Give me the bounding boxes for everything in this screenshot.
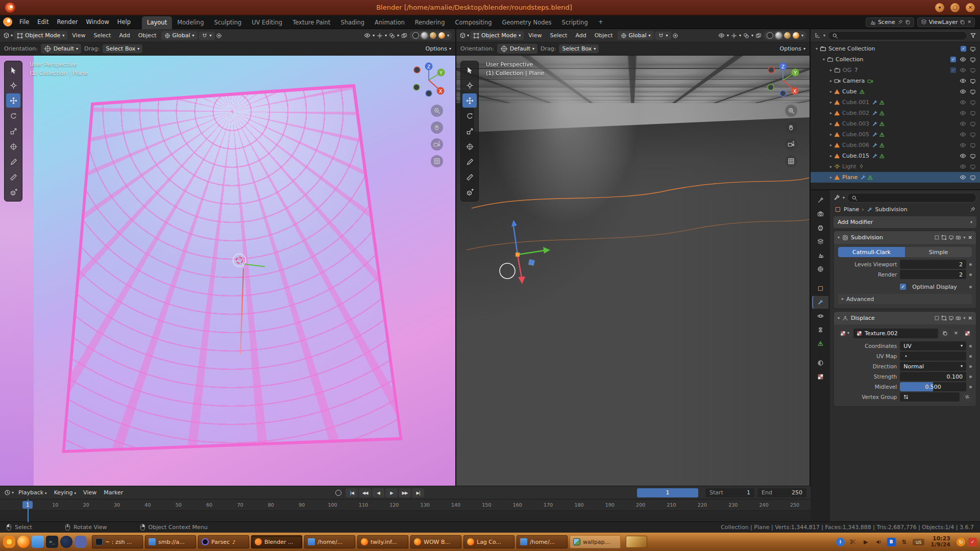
- shading-solid-button[interactable]: [775, 32, 782, 39]
- pan-button[interactable]: [431, 121, 443, 134]
- launcher-files-icon[interactable]: [32, 536, 44, 548]
- chevron-down-icon[interactable]: ▾: [751, 34, 753, 38]
- properties-tab-physics[interactable]: [812, 310, 828, 322]
- orientation-setting-dropdown[interactable]: Default▾: [497, 44, 537, 54]
- outliner-row-cube[interactable]: ▸Cube: [811, 86, 980, 97]
- disclosure-open-icon[interactable]: ▾: [821, 57, 827, 62]
- workspace-tab-modeling[interactable]: Modeling: [172, 16, 209, 29]
- taskbar-task-twily-inf[interactable]: twily.inf...: [357, 535, 408, 548]
- properties-tab-output[interactable]: [812, 221, 828, 234]
- disclosure-closed-icon[interactable]: ▸: [828, 164, 834, 169]
- pin-icon[interactable]: [970, 207, 975, 212]
- invert-vertex-group-button[interactable]: [963, 392, 972, 402]
- timeline-menu-keying[interactable]: Keying▾: [51, 488, 80, 497]
- screen-icon[interactable]: [970, 99, 976, 106]
- modifier-header-displace[interactable]: ▾ Displace ▾ ✕: [834, 312, 976, 324]
- blender-app-icon[interactable]: [5, 3, 15, 13]
- viewport-menu-view[interactable]: View: [525, 31, 545, 40]
- outliner-search[interactable]: [828, 31, 967, 40]
- playhead-frame-badge[interactable]: 1: [22, 501, 33, 509]
- drag-setting-dropdown[interactable]: Select Box▾: [559, 44, 599, 53]
- eye-icon[interactable]: [960, 67, 966, 73]
- properties-tab-texture[interactable]: [812, 370, 828, 383]
- timeline-track[interactable]: [0, 511, 811, 521]
- properties-search-input[interactable]: [860, 195, 972, 201]
- menu-edit[interactable]: Edit: [33, 17, 53, 27]
- tool-measure-button[interactable]: [6, 170, 20, 184]
- exclude-checkbox[interactable]: ✓: [961, 46, 966, 52]
- tool-add-cube-button[interactable]: [462, 185, 477, 199]
- new-texture-button[interactable]: [940, 329, 949, 338]
- zoom-button[interactable]: [431, 105, 443, 117]
- chevron-down-icon[interactable]: ▾: [373, 34, 375, 38]
- subdivision-field-render[interactable]: 2: [900, 270, 966, 279]
- screen-icon[interactable]: [970, 78, 976, 84]
- launcher-firefox-icon[interactable]: [17, 536, 30, 548]
- decorator-dot-icon[interactable]: [969, 365, 972, 368]
- options-dropdown[interactable]: Options▾: [780, 45, 805, 52]
- outliner-row-plane[interactable]: ▸Plane: [811, 172, 980, 183]
- decorator-dot-icon[interactable]: [969, 286, 972, 288]
- launcher-steam-icon[interactable]: [60, 536, 72, 548]
- breadcrumb-object[interactable]: Plane: [844, 206, 859, 213]
- scene-name[interactable]: Scene: [878, 19, 895, 26]
- options-dropdown[interactable]: Options▾: [426, 45, 451, 52]
- tool-select-box-button[interactable]: [462, 63, 477, 77]
- modifier-header-subdivision[interactable]: ▾ Subdivision ▾ ✕: [834, 231, 976, 244]
- navigation-gizmo[interactable]: ZYX: [409, 61, 448, 99]
- taskbar-task-zsh[interactable]: ~ : zsh ...: [92, 535, 143, 548]
- shading-solid-button[interactable]: [421, 32, 428, 39]
- mode-dropdown[interactable]: Object Mode▾: [14, 31, 67, 40]
- modifier-close-icon[interactable]: ✕: [968, 235, 972, 240]
- wallpaper-swatch[interactable]: [626, 536, 647, 548]
- pin-scene-icon[interactable]: [897, 19, 903, 25]
- disclosure-closed-icon[interactable]: ▸: [828, 121, 834, 126]
- tray-shield-icon[interactable]: ✓: [968, 538, 977, 546]
- timeline-editor-icon[interactable]: [4, 489, 11, 496]
- disclosure-closed-icon[interactable]: ▸: [828, 111, 834, 115]
- shading-wireframe-button[interactable]: [412, 32, 419, 39]
- eye-icon[interactable]: [960, 99, 966, 106]
- new-viewlayer-button[interactable]: [960, 19, 965, 25]
- chevron-down-icon[interactable]: ▾: [385, 34, 387, 38]
- outliner-row-collection[interactable]: ▾Collection✓: [811, 54, 980, 65]
- on-cage-toggle-icon[interactable]: [934, 235, 940, 240]
- edit-mode-toggle-icon[interactable]: [941, 235, 947, 240]
- tray-network-icon[interactable]: ⇅: [900, 538, 909, 546]
- show-texture-in-properties-button[interactable]: [963, 329, 972, 338]
- window-maximize-button[interactable]: ▢: [950, 3, 960, 12]
- disclosure-closed-icon[interactable]: ▸: [828, 175, 834, 180]
- window-close-button[interactable]: ✕: [966, 3, 975, 12]
- screen-icon[interactable]: [970, 142, 976, 148]
- displace-field-uv-map[interactable]: [900, 352, 966, 361]
- menu-window[interactable]: Window: [82, 17, 113, 27]
- frame-start-field[interactable]: Start 1: [705, 488, 754, 497]
- taskbar-task-smb-a[interactable]: smb://a...: [145, 535, 196, 548]
- viewlayer-name[interactable]: ViewLayer: [929, 19, 958, 26]
- displace-field-midlevel[interactable]: 0.500: [900, 382, 966, 391]
- add-workspace-button[interactable]: +: [594, 16, 607, 28]
- tray-volume-icon[interactable]: [874, 538, 883, 546]
- tool-rotate-button[interactable]: [462, 109, 477, 123]
- jump-start-button[interactable]: |◀: [346, 488, 358, 497]
- tool-transform-button[interactable]: [462, 139, 477, 154]
- modifier-extras-icon[interactable]: ▾: [964, 236, 966, 240]
- move-gizmo[interactable]: [488, 219, 554, 295]
- tray-scissors-icon[interactable]: [849, 538, 857, 546]
- tool-annotate-button[interactable]: [462, 155, 477, 169]
- next-keyframe-button[interactable]: ▶▶: [399, 488, 411, 497]
- decorator-dot-icon[interactable]: [969, 345, 972, 347]
- subdivision-type-catmull-clark[interactable]: Catmull-Clark: [838, 247, 905, 257]
- outliner-row-camera[interactable]: ▸Camera: [811, 76, 980, 86]
- tool-cursor-button[interactable]: [6, 78, 20, 92]
- outliner-row-cube-005[interactable]: ▸Cube.005: [811, 129, 980, 140]
- filter-icon[interactable]: [970, 32, 976, 39]
- editor-type-chevron-icon[interactable]: ▾: [467, 34, 469, 38]
- shading-rendered-button[interactable]: [793, 32, 799, 39]
- outliner-editor-icon[interactable]: [814, 32, 821, 39]
- screen-icon[interactable]: [970, 67, 976, 73]
- viewport-menu-object[interactable]: Object: [135, 31, 160, 40]
- workspace-tab-layout[interactable]: Layout: [142, 16, 172, 29]
- editor-type-chevron-icon[interactable]: ▾: [11, 34, 13, 38]
- outliner-row-og[interactable]: ▸OG7✓: [811, 65, 980, 76]
